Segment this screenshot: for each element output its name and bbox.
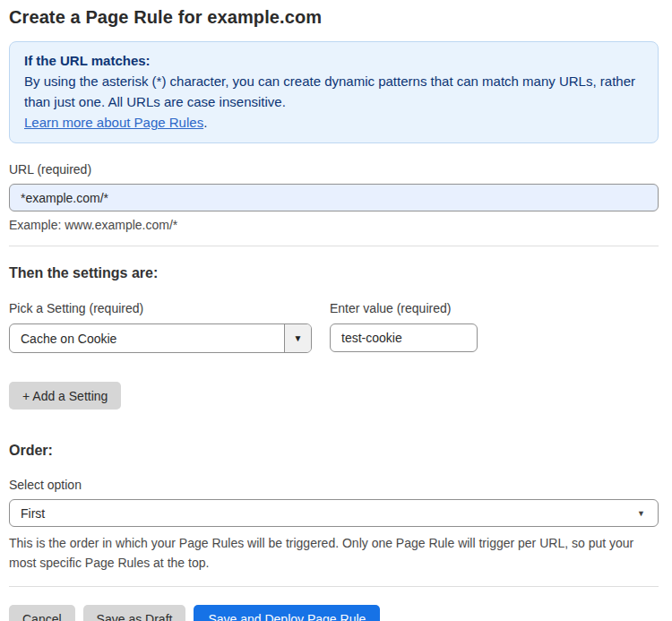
- footer-divider: [9, 586, 659, 587]
- settings-row: Pick a Setting (required) Cache on Cooki…: [9, 301, 659, 353]
- link-period: .: [203, 115, 207, 130]
- url-example-hint: Example: www.example.com/*: [9, 218, 659, 232]
- setting-value-input[interactable]: [330, 323, 478, 352]
- chevron-down-icon: ▼: [637, 509, 645, 517]
- info-box-heading: If the URL matches:: [24, 50, 643, 71]
- add-setting-button[interactable]: + Add a Setting: [9, 382, 121, 410]
- setting-value-label: Enter value (required): [330, 301, 478, 315]
- url-label: URL (required): [9, 162, 659, 177]
- setting-value-column: Enter value (required): [330, 301, 478, 353]
- order-heading: Order:: [9, 443, 659, 459]
- setting-dropdown-arrow-button[interactable]: ▼: [284, 324, 311, 352]
- section-divider: [9, 246, 659, 246]
- setting-picker-label: Pick a Setting (required): [9, 301, 312, 315]
- save-draft-button[interactable]: Save as Draft: [83, 605, 186, 621]
- order-description: This is the order in which your Page Rul…: [9, 533, 654, 573]
- page-rule-form: Create a Page Rule for example.com If th…: [0, 0, 672, 621]
- url-input[interactable]: [9, 184, 659, 211]
- setting-dropdown-value: Cache on Cookie: [10, 324, 284, 352]
- order-select[interactable]: First ▼: [9, 499, 659, 527]
- learn-more-link[interactable]: Learn more about Page Rules: [24, 115, 203, 130]
- cancel-button[interactable]: Cancel: [9, 605, 75, 621]
- settings-heading: Then the settings are:: [9, 265, 659, 281]
- info-box-body: By using the asterisk (*) character, you…: [24, 71, 643, 112]
- footer-actions: Cancel Save as Draft Save and Deploy Pag…: [9, 605, 659, 621]
- order-select-label: Select option: [9, 478, 659, 492]
- save-deploy-button[interactable]: Save and Deploy Page Rule: [194, 605, 380, 621]
- page-title: Create a Page Rule for example.com: [9, 7, 659, 28]
- order-select-value: First: [21, 506, 45, 521]
- chevron-down-icon: ▼: [294, 334, 303, 343]
- url-match-info-box: If the URL matches: By using the asteris…: [9, 41, 659, 143]
- setting-dropdown[interactable]: Cache on Cookie ▼: [9, 323, 312, 353]
- setting-picker-column: Pick a Setting (required) Cache on Cooki…: [9, 301, 312, 353]
- info-box-link-line: Learn more about Page Rules.: [24, 112, 643, 133]
